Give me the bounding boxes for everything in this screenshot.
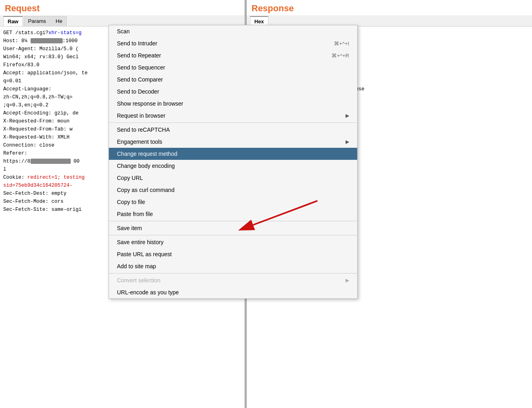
menu-item-engagement-tools-label: Engagement tools [117,139,162,145]
separator-4 [109,273,357,273]
menu-item-add-site-map-label: Add to site map [117,263,156,269]
menu-item-url-encode-label: URL-encode as you type [117,289,179,296]
menu-item-paste-url-request[interactable]: Paste URL as request [109,248,357,260]
menu-item-send-sequencer[interactable]: Send to Sequencer [109,61,357,73]
menu-item-send-decoder[interactable]: Send to Decoder [109,86,357,98]
menu-item-send-recaptcha-label: Send to reCAPTCHA [117,126,170,133]
menu-item-send-intruder-label: Send to Intruder [117,40,157,47]
separator-3 [109,235,357,235]
menu-item-scan-label: Scan [117,28,130,35]
menu-item-copy-url[interactable]: Copy URL [109,172,357,184]
menu-item-save-item-label: Save item [117,225,142,231]
menu-item-change-body-encoding[interactable]: Change body encoding [109,160,357,172]
menu-item-save-item[interactable]: Save item [109,222,357,234]
menu-item-save-history-label: Save entire history [117,239,164,245]
menu-item-request-in-browser-label: Request in browser [117,112,166,119]
menu-item-paste-from-file-label: Paste from file [117,211,153,217]
context-menu: Scan Send to Intruder ⌘+^+I Send to Repe… [108,25,358,299]
request-title: Request [0,0,244,15]
menu-item-copy-curl-label: Copy as curl command [117,187,174,193]
menu-item-send-repeater-shortcut: ⌘+^+R [331,53,349,59]
menu-item-send-repeater[interactable]: Send to Repeater ⌘+^+R [109,49,357,61]
menu-item-show-response-browser[interactable]: Show response in browser [109,98,357,110]
menu-item-engagement-tools-arrow: ▶ [346,139,349,145]
tab-headers[interactable]: He [51,16,67,26]
menu-item-paste-url-request-label: Paste URL as request [117,251,172,257]
menu-item-convert-selection: Convert selection ▶ [109,274,357,286]
menu-item-convert-selection-arrow: ▶ [346,277,349,283]
menu-item-send-intruder[interactable]: Send to Intruder ⌘+^+I [109,37,357,49]
tab-params[interactable]: Params [24,16,51,26]
menu-item-change-request-method[interactable]: Change request method [109,148,357,160]
menu-item-copy-to-file[interactable]: Copy to file [109,196,357,208]
separator-1 [109,122,357,123]
menu-item-send-decoder-label: Send to Decoder [117,88,159,95]
main-container: Request Raw Params He GET /stats.cgi?xhr… [0,0,532,408]
menu-item-engagement-tools[interactable]: Engagement tools ▶ [109,136,357,148]
menu-item-copy-url-label: Copy URL [117,175,143,181]
menu-item-convert-selection-label: Convert selection [117,277,160,284]
menu-item-change-body-encoding-label: Change body encoding [117,163,175,169]
menu-item-change-request-method-label: Change request method [117,151,177,157]
menu-item-add-site-map[interactable]: Add to site map [109,260,357,272]
menu-item-paste-from-file[interactable]: Paste from file [109,208,357,220]
menu-item-request-in-browser-arrow: ▶ [346,113,349,118]
menu-item-send-recaptcha[interactable]: Send to reCAPTCHA [109,124,357,136]
separator-2 [109,221,357,221]
menu-item-scan[interactable]: Scan [109,25,357,37]
menu-item-send-sequencer-label: Send to Sequencer [117,64,165,71]
menu-item-copy-curl[interactable]: Copy as curl command [109,184,357,196]
menu-item-send-comparer-label: Send to Comparer [117,76,163,83]
menu-item-request-in-browser[interactable]: Request in browser ▶ [109,110,357,122]
menu-item-send-repeater-label: Send to Repeater [117,52,161,59]
menu-item-show-response-browser-label: Show response in browser [117,100,183,107]
response-title: Response [247,0,532,15]
menu-item-send-intruder-shortcut: ⌘+^+I [334,41,349,47]
menu-item-copy-to-file-label: Copy to file [117,199,145,205]
menu-item-save-history[interactable]: Save entire history [109,236,357,248]
tab-raw[interactable]: Raw [3,16,23,26]
menu-item-send-comparer[interactable]: Send to Comparer [109,73,357,86]
menu-item-url-encode[interactable]: URL-encode as you type [109,286,357,298]
